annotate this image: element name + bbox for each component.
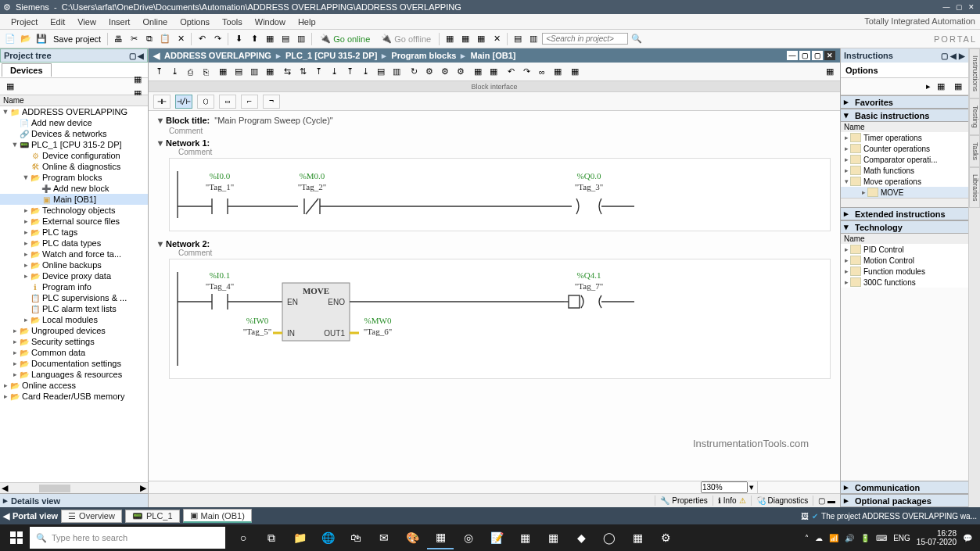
lad-nc-contact[interactable]: ⊣/⊢ xyxy=(175,95,192,109)
zoom-input[interactable] xyxy=(701,481,748,493)
editor-close-button[interactable]: ✕ xyxy=(824,51,835,60)
editor-min-button[interactable]: — xyxy=(787,51,798,60)
paste-icon[interactable]: 📋 xyxy=(158,32,172,46)
tb-icon-a[interactable]: ▦ xyxy=(443,32,457,46)
instr-options[interactable]: Options xyxy=(841,63,968,78)
block-title-caret[interactable]: ▼ xyxy=(155,116,166,125)
app2-icon[interactable]: ▦ xyxy=(540,526,566,549)
tree-node-26[interactable]: ▸📂Card Reader/USB memory xyxy=(0,391,148,402)
go-online-button[interactable]: 🔌 Go online xyxy=(315,34,375,44)
tree-node-21[interactable]: ▸📂Security settings xyxy=(0,336,148,347)
download-icon[interactable]: ⬇ xyxy=(232,32,246,46)
extended-instructions-section[interactable]: ▸Extended instructions xyxy=(841,207,968,220)
favorites-section[interactable]: ▸Favorites xyxy=(841,95,968,109)
instr-opt-1[interactable]: ▦ xyxy=(934,80,948,94)
tray-battery-icon[interactable]: 🔋 xyxy=(860,534,870,542)
instr-col2-icon[interactable]: ▶ xyxy=(959,52,965,60)
menu-edit[interactable]: Edit xyxy=(44,16,71,28)
tray-up-icon[interactable]: ˄ xyxy=(805,534,809,542)
net2-comment[interactable]: Comment xyxy=(155,249,834,257)
menu-insert[interactable]: Insert xyxy=(102,16,137,28)
tray-keyboard-icon[interactable]: ⌨ xyxy=(876,534,887,542)
instr-col1-icon[interactable]: ◀ xyxy=(950,52,957,60)
et-5[interactable]: ▦ xyxy=(216,65,230,79)
et-9[interactable]: ⇆ xyxy=(280,65,294,79)
network-1-body[interactable]: %I0.0 "Tag_1" %M0.0 "Tag_2" %Q0.0 "Tag_3… xyxy=(169,158,831,231)
taskbar-search[interactable]: 🔍 Type here to search xyxy=(30,527,225,549)
tb-icon-b[interactable]: ▦ xyxy=(458,32,472,46)
et-2[interactable]: ⤓ xyxy=(167,65,181,79)
delete-icon[interactable]: ✕ xyxy=(174,32,188,46)
pin-icon[interactable]: ▢ xyxy=(129,52,136,60)
et-17[interactable]: ↻ xyxy=(407,65,421,79)
taskview-icon[interactable]: ⧉ xyxy=(258,526,285,549)
et-14[interactable]: ⤓ xyxy=(358,65,372,79)
print-icon[interactable]: 🖶 xyxy=(111,32,125,46)
optional-packages-section[interactable]: ▸Optional packages xyxy=(841,494,968,507)
tech-item-0[interactable]: ▸PID Control xyxy=(841,244,968,255)
tree-node-18[interactable]: 📋PLC alarm text lists xyxy=(0,303,148,314)
diagnostics-tab[interactable]: 🩺Diagnostics xyxy=(751,496,813,506)
lad-branch-open[interactable]: ⌐ xyxy=(241,95,258,109)
et-16[interactable]: ▥ xyxy=(389,65,404,79)
tb-icon-e[interactable]: ▤ xyxy=(511,32,525,46)
et-26[interactable]: ▦ xyxy=(551,65,565,79)
instr-item-4[interactable]: ▾Move operations xyxy=(841,176,968,187)
tree-node-7[interactable]: ➕Add new block xyxy=(0,183,148,194)
block-title-text[interactable]: "Main Program Sweep (Cycle)" xyxy=(214,116,332,125)
device2-icon[interactable]: ▥ xyxy=(294,32,308,46)
menu-tools[interactable]: Tools xyxy=(216,16,249,28)
tree-node-14[interactable]: ▸📂Online backups xyxy=(0,259,148,270)
basic-instructions-section[interactable]: ▾Basic instructions xyxy=(841,109,968,122)
block-interface-bar[interactable]: Block interface xyxy=(149,81,840,92)
save-icon[interactable]: 💾 xyxy=(34,32,48,46)
et-10[interactable]: ⇅ xyxy=(296,65,310,79)
tree-node-13[interactable]: ▸📂Watch and force ta... xyxy=(0,249,148,259)
app3-icon[interactable]: ◆ xyxy=(568,526,594,549)
instr-item-1[interactable]: ▸Counter operations xyxy=(841,143,968,154)
go-offline-button[interactable]: 🔌 Go offline xyxy=(376,34,436,44)
chrome-icon[interactable]: ◎ xyxy=(455,526,482,549)
tree-node-24[interactable]: ▸📂Languages & resources xyxy=(0,369,148,380)
explorer-icon[interactable]: 📁 xyxy=(286,526,313,549)
tb-icon-f[interactable]: ▥ xyxy=(526,32,540,46)
maximize-button[interactable]: ▢ xyxy=(953,2,964,12)
tab-main-ob1[interactable]: ▣ Main (OB1) xyxy=(183,509,252,523)
net2-caret[interactable]: ▼ xyxy=(155,239,166,249)
menu-view[interactable]: View xyxy=(71,16,102,28)
project-search-input[interactable] xyxy=(542,33,628,45)
tree-node-16[interactable]: ℹProgram info xyxy=(0,281,148,292)
communication-section[interactable]: ▸Communication xyxy=(841,481,968,494)
et-11[interactable]: ⤒ xyxy=(311,65,325,79)
app4-icon[interactable]: ◯ xyxy=(596,526,623,549)
et-13[interactable]: ⤒ xyxy=(343,65,357,79)
info-tab[interactable]: ℹInfo⚠ xyxy=(713,496,751,506)
net1-caret[interactable]: ▼ xyxy=(155,138,166,148)
breadcrumb-2[interactable]: Program blocks xyxy=(391,51,456,60)
menu-options[interactable]: Options xyxy=(174,16,216,28)
app1-icon[interactable]: ▦ xyxy=(512,526,538,549)
tree-node-2[interactable]: 🔗Devices & networks xyxy=(0,128,148,139)
instr-item-0[interactable]: ▸Timer operations xyxy=(841,132,968,143)
et-25[interactable]: ∞ xyxy=(535,65,549,79)
et-1[interactable]: ⤒ xyxy=(152,65,166,79)
bc-back-icon[interactable]: ◀ xyxy=(153,51,160,61)
store-icon[interactable]: 🛍 xyxy=(343,526,369,549)
copy-icon[interactable]: ⧉ xyxy=(142,32,156,46)
tab-plc[interactable]: 📟 PLC_1 xyxy=(125,510,180,523)
start-button[interactable] xyxy=(3,526,30,549)
menu-help[interactable]: Help xyxy=(292,16,322,28)
menu-window[interactable]: Window xyxy=(249,16,292,28)
search-icon[interactable]: 🔍 xyxy=(630,32,644,46)
tb-icon-c[interactable]: ▦ xyxy=(474,32,488,46)
et-27[interactable]: ▦ xyxy=(568,65,582,79)
tree-node-10[interactable]: ▸📂External source files xyxy=(0,216,148,227)
side-tab-testing[interactable]: Testing xyxy=(969,98,980,135)
editor-max2-button[interactable]: ▢ xyxy=(812,51,823,60)
breadcrumb-1[interactable]: PLC_1 [CPU 315-2 DP] xyxy=(285,51,377,60)
tray-volume-icon[interactable]: 🔊 xyxy=(845,534,854,542)
et-7[interactable]: ▥ xyxy=(247,65,261,79)
devices-tab[interactable]: Devices xyxy=(2,63,52,77)
tree-node-12[interactable]: ▸📂PLC data types xyxy=(0,238,148,249)
save-project-button[interactable]: Save project xyxy=(50,34,104,44)
